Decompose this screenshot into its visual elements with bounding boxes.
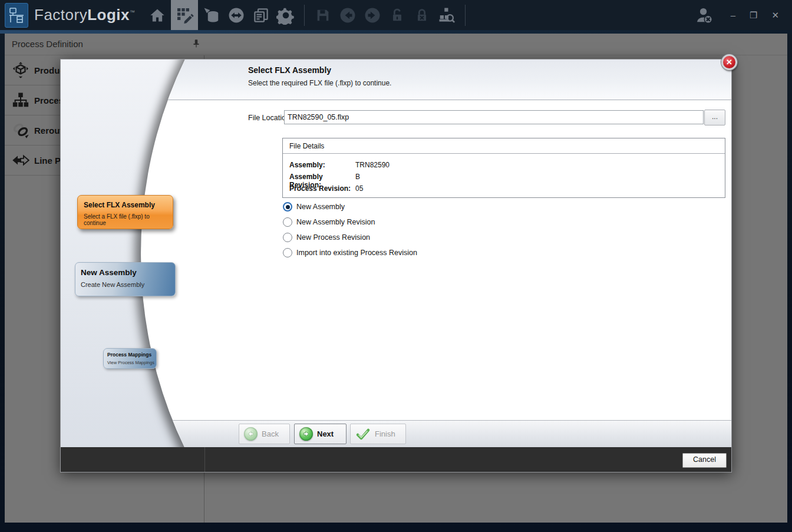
select-flx-assembly-dialog: Select FLX Assembly Select the required … [60, 59, 732, 472]
option-new-assembly-revision[interactable]: New Assembly Revision [283, 217, 375, 227]
detail-value: TRN82590 [355, 161, 390, 169]
unlock-icon[interactable] [386, 2, 408, 28]
brand-title: FactoryLogix™ [34, 6, 136, 24]
detail-row-assembly: Assembly: TRN82590 [289, 161, 390, 169]
panel-header-row: Process Definition [5, 34, 787, 55]
next-arrow-icon [299, 427, 313, 441]
groupbox-divider [283, 153, 725, 154]
dialog-close-icon[interactable]: ✕ [721, 54, 737, 70]
save-icon[interactable] [312, 2, 334, 28]
radio-selected-icon[interactable] [283, 202, 292, 212]
step-subtitle: Select a FLX file (.flxp) to continue [84, 213, 173, 226]
step-title: New Assembly [81, 268, 175, 277]
home-icon[interactable] [146, 2, 169, 28]
user-logout-icon[interactable] [693, 2, 715, 28]
option-new-assembly[interactable]: New Assembly [283, 202, 345, 212]
detail-label: Process Revision: [289, 184, 355, 193]
top-toolbar: FactoryLogix™ [0, 0, 792, 30]
option-label: New Process Revision [296, 233, 370, 242]
back-arrow-icon [244, 427, 258, 441]
step-card-select-flx-assembly: Select FLX Assembly Select a FLX file (.… [77, 195, 173, 229]
pin-icon[interactable] [191, 38, 203, 50]
toolbar-divider [465, 5, 466, 26]
step-card-process-mappings: Process Mappings View Process Mappings [103, 348, 157, 369]
sidebar-item-label: Rerout [34, 125, 62, 136]
app-logo [5, 3, 28, 28]
file-details-groupbox: File Details Assembly: TRN82590 Assembly… [282, 138, 725, 198]
dialog-surface: Select FLX Assembly Select the required … [61, 60, 731, 472]
lock-x-icon[interactable] [411, 2, 433, 28]
grid-pencil-icon [175, 6, 194, 25]
sync-icon[interactable] [225, 2, 248, 28]
dialog-subtitle: Select the required FLX file (.flxp) to … [248, 79, 391, 87]
product-icon [12, 61, 29, 79]
radio-icon[interactable] [283, 217, 292, 227]
reroute-links-icon [12, 121, 29, 139]
maximize-button[interactable]: ❒ [750, 11, 757, 19]
option-import-existing[interactable]: Import into existing Process Revision [283, 248, 417, 257]
file-location-input[interactable] [284, 110, 704, 124]
option-label: Import into existing Process Revision [296, 249, 417, 257]
panel-title: Process Definition [12, 39, 83, 49]
navigate-back-icon[interactable] [336, 2, 359, 28]
option-new-process-revision[interactable]: New Process Revision [283, 233, 370, 242]
line-process-icon [12, 151, 29, 169]
back-label: Back [262, 429, 279, 438]
sidebar-item-label: Proces [34, 95, 64, 105]
option-label: New Assembly [296, 203, 345, 211]
step-subtitle: View Process Mappings [107, 360, 156, 365]
toolbar-right-group: – ❒ ✕ [692, 2, 792, 28]
finish-label: Finish [375, 429, 395, 438]
dialog-bottom-bar: Cancel [61, 447, 731, 472]
browse-button[interactable]: ... [704, 110, 725, 125]
search-project-icon[interactable] [435, 2, 458, 28]
detail-value: 05 [355, 184, 363, 193]
step-title: Process Mappings [107, 352, 156, 358]
detail-label: Assembly: [289, 161, 355, 169]
process-definition-active-tab[interactable] [171, 0, 198, 30]
step-card-new-assembly: New Assembly Create New Assembly [75, 262, 176, 296]
finish-button[interactable]: Finish [350, 424, 406, 444]
application-window: FactoryLogix™ [0, 0, 792, 532]
step-subtitle: Create New Assembly [81, 281, 175, 288]
documents-icon[interactable] [250, 2, 272, 28]
radio-icon[interactable] [283, 248, 292, 257]
navigate-forward-icon[interactable] [361, 2, 384, 28]
step-title: Select FLX Assembly [84, 201, 173, 209]
back-button[interactable]: Back [239, 424, 290, 444]
process-tree-icon [12, 91, 29, 109]
dialog-title: Select FLX Assembly [248, 65, 331, 75]
minimize-button[interactable]: – [731, 11, 735, 19]
import-data-icon[interactable] [200, 2, 223, 28]
toolbar-divider [304, 5, 305, 26]
close-window-button[interactable]: ✕ [771, 11, 779, 19]
file-details-title: File Details [289, 142, 324, 150]
bottom-bar-divider [204, 447, 205, 472]
finish-check-icon [355, 427, 371, 441]
toolbar-icon-strip [145, 0, 471, 30]
detail-row-process-revision: Process Revision: 05 [289, 184, 363, 193]
next-button[interactable]: Next [294, 424, 346, 444]
cancel-button[interactable]: Cancel [682, 453, 727, 468]
workstation-logo-icon [9, 7, 24, 24]
next-label: Next [317, 429, 334, 438]
option-label: New Assembly Revision [296, 218, 375, 226]
radio-icon[interactable] [283, 233, 292, 242]
gear-icon[interactable] [275, 2, 297, 28]
